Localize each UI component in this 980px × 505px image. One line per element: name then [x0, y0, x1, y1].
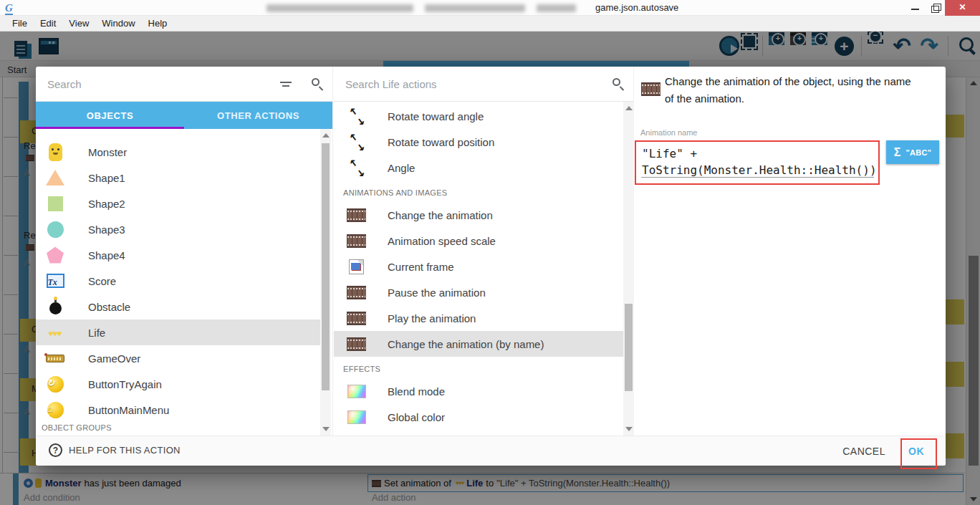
object-list-item[interactable]: Shape4 [36, 242, 320, 268]
film-strip-icon [347, 208, 366, 222]
object-list-item[interactable]: GameOver [36, 345, 320, 371]
object-label: Life [88, 327, 105, 339]
blurred-title-text [266, 4, 589, 12]
square-shape-icon [48, 196, 63, 211]
object-label: ButtonMainMenu [88, 404, 169, 416]
action-label: Global color [388, 411, 445, 423]
tab[interactable]: OBJECTS [36, 102, 184, 129]
object-list-item[interactable]: Monster [36, 139, 320, 165]
action-list-item[interactable]: ANIMATIONS AND IMAGES [334, 181, 623, 202]
action-list-item[interactable]: Current frame [334, 254, 623, 279]
action-description: Change the animation of the object, usin… [665, 73, 917, 107]
scroll-down-icon[interactable] [625, 427, 633, 431]
text-object-icon [47, 274, 64, 288]
restore-icon[interactable] [925, 0, 945, 16]
action-label: Angle [388, 162, 415, 174]
film-strip-icon [347, 312, 366, 325]
actions-scrollbar[interactable] [623, 102, 634, 436]
object-label: Shape3 [88, 223, 125, 236]
objects-search-input[interactable] [36, 67, 265, 101]
menu-bar: FileEditViewWindowHelp [0, 16, 980, 32]
abc-label: "ABC" [905, 148, 931, 157]
object-list-item[interactable]: Shape1 [36, 165, 320, 191]
action-editor-dialog: OBJECTSOTHER ACTIONS Monster Shape1 Shap… [36, 67, 946, 466]
gdevelop-logo-icon [5, 2, 16, 14]
monster-object-icon [49, 143, 62, 161]
actions-panel: Rotate toward angle Rotate toward positi… [334, 67, 634, 436]
action-list-item[interactable]: Change the animation (by name) [334, 331, 623, 357]
object-list-item[interactable]: Shape2 [36, 191, 320, 216]
menu-item[interactable]: View [62, 18, 95, 29]
scrollbar-thumb[interactable] [625, 304, 633, 391]
filter-icon[interactable] [280, 82, 292, 87]
action-list-item[interactable]: Change the animation [334, 202, 623, 228]
sigma-icon: Σ [894, 146, 901, 159]
scroll-down-icon[interactable] [322, 427, 330, 431]
window-controls [905, 0, 980, 16]
action-label: Change the animation [388, 209, 493, 221]
animation-name-label: Animation name [640, 128, 698, 137]
scroll-up-icon[interactable] [322, 133, 330, 138]
search-icon[interactable] [612, 78, 620, 86]
film-strip-icon [347, 286, 366, 299]
search-icon[interactable] [312, 78, 320, 86]
object-list-item[interactable]: ButtonTryAgain [36, 371, 320, 397]
object-label: GameOver [88, 352, 140, 365]
action-list-item[interactable]: EFFECTS [334, 357, 623, 378]
help-label: HELP FOR THIS ACTION [69, 445, 181, 456]
animation-name-input[interactable]: "Life" + ToString(Monster.Health::Health… [642, 145, 877, 178]
scrollbar-thumb[interactable] [322, 143, 330, 390]
actions-search-input[interactable] [334, 67, 563, 101]
menu-item[interactable]: Edit [34, 18, 62, 29]
object-list-item[interactable]: Life [36, 319, 320, 345]
object-groups-header: OBJECT GROUPS [42, 423, 112, 432]
action-label: EFFECTS [343, 365, 380, 373]
action-label: Rotate toward position [388, 136, 494, 148]
action-label: Blend mode [388, 385, 445, 398]
objects-tabs: OBJECTSOTHER ACTIONS [36, 102, 332, 129]
action-list-item[interactable]: Blend mode [334, 378, 623, 404]
action-list-item[interactable]: Angle [334, 155, 623, 181]
cancel-button[interactable]: CANCEL [842, 446, 885, 457]
question-mark-icon: ? [49, 443, 62, 457]
objects-search-row [36, 67, 332, 102]
film-strip-icon [347, 234, 366, 248]
title-bar: game.json.autosave [0, 0, 980, 16]
help-button[interactable]: ? HELP FOR THIS ACTION [49, 443, 181, 457]
action-parameters-panel: Change the animation of the object, usin… [634, 67, 946, 436]
scroll-up-icon[interactable] [625, 106, 633, 110]
action-list-item[interactable]: Animation speed scale [334, 228, 623, 254]
objects-scrollbar[interactable] [320, 129, 331, 436]
menu-item[interactable]: File [6, 18, 34, 29]
global-color-icon [347, 410, 366, 424]
tab[interactable]: OTHER ACTIONS [184, 102, 332, 129]
menu-item[interactable]: Window [95, 18, 141, 29]
object-label: ButtonTryAgain [88, 378, 162, 390]
game-over-banner-icon [46, 355, 64, 362]
action-list-item[interactable]: Rotate toward angle [334, 103, 623, 129]
actions-list: Rotate toward angle Rotate toward positi… [334, 102, 623, 436]
object-list-item[interactable]: Shape3 [36, 216, 320, 242]
pentagon-shape-icon [47, 247, 64, 264]
object-list-item[interactable]: Score [36, 268, 320, 294]
expression-editor-button[interactable]: Σ "ABC" [886, 140, 939, 164]
action-list-item[interactable]: Play the animation [334, 305, 623, 331]
close-icon[interactable] [945, 0, 980, 16]
app-window: game.json.autosave FileEditViewWindowHel… [0, 0, 980, 505]
home-button-icon [47, 402, 64, 418]
action-list-item[interactable]: Rotate toward position [334, 129, 623, 155]
content-area: Start C Re A Re A O A M A H [0, 32, 980, 505]
annotation-red-box-ok [900, 438, 937, 469]
input-underline [641, 177, 874, 178]
action-list-item[interactable]: Pause the animation [334, 279, 623, 305]
object-label: Monster [88, 146, 127, 158]
minimize-icon[interactable] [905, 0, 925, 16]
action-list-item[interactable]: Global color [334, 404, 623, 430]
object-list-item[interactable]: ButtonMainMenu [36, 397, 320, 423]
film-strip-icon [641, 82, 660, 96]
rotate-arrow-icon [348, 159, 365, 176]
object-list-item[interactable]: Obstacle [36, 294, 320, 319]
menu-item[interactable]: Help [142, 18, 174, 29]
object-label: Shape2 [88, 198, 125, 210]
object-label: Shape4 [88, 249, 125, 261]
